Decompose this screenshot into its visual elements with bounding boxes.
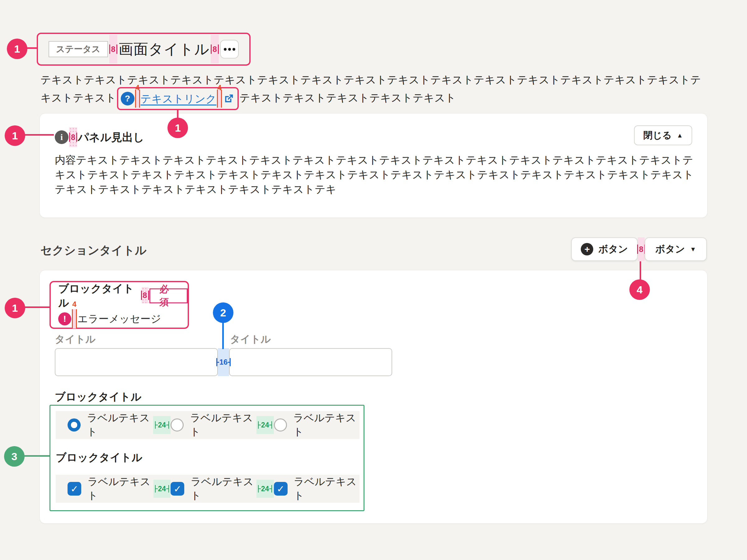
- more-actions-button[interactable]: [220, 40, 239, 58]
- checkbox-label: ラベルテキスト: [294, 475, 358, 503]
- annotation-connector: [25, 306, 50, 308]
- annotation-connector: [27, 47, 37, 49]
- error-message-row: ! 4 エラーメッセージ: [58, 310, 161, 328]
- annotation-badge-3: 3: [4, 446, 25, 466]
- spacing-24-marker: 24: [153, 416, 171, 434]
- block-title-annotation-box: ブロックタイトル 8 必須 ! 4 エラーメッセージ: [50, 281, 189, 329]
- text-link-annotation-box: ? 4 テキストリンク 4 1: [117, 87, 239, 110]
- menu-button-label: ボタン: [655, 243, 685, 256]
- annotation-connector: [177, 109, 179, 118]
- radio-option[interactable]: ラベルテキスト: [68, 411, 153, 439]
- radio-unselected-icon[interactable]: [274, 419, 287, 431]
- annotation-connector: [25, 134, 54, 136]
- checkbox-checked-icon[interactable]: ✓: [68, 482, 81, 496]
- ellipsis-icon: [228, 48, 231, 51]
- spacing-8-marker: 8: [69, 127, 77, 147]
- title-input-2[interactable]: [229, 348, 392, 376]
- checkbox-group: ✓ ラベルテキスト 24 ✓ ラベルテキスト 24 ✓ ラベルテキスト: [56, 475, 360, 503]
- spacing-8-marker: 8: [109, 35, 117, 63]
- panel-close-label: 閉じる: [643, 129, 672, 142]
- checkbox-label: ラベルテキスト: [87, 475, 152, 503]
- checkbox-option[interactable]: ✓ ラベルテキスト: [68, 475, 153, 503]
- field-label: タイトル: [230, 332, 271, 346]
- annotation-badge-4: 4: [629, 279, 650, 300]
- spacing-4-marker: 4: [72, 309, 77, 328]
- ellipsis-icon: [232, 48, 235, 51]
- field-label: タイトル: [55, 332, 96, 346]
- radio-unselected-icon[interactable]: [171, 419, 184, 431]
- help-icon: ?: [121, 92, 134, 105]
- block-title: ブロックタイトル: [55, 390, 141, 404]
- panel-header: i 8 パネル見出し: [55, 127, 144, 147]
- required-badge: 必須: [149, 288, 188, 303]
- radio-label: ラベルテキスト: [87, 411, 151, 439]
- annotation-badge-1: 1: [5, 298, 25, 318]
- add-button[interactable]: + ボタン: [571, 237, 638, 261]
- spacing-4-marker: 4: [217, 89, 222, 108]
- annotation-connector: [24, 455, 50, 457]
- block-title: ブロックタイトル: [58, 282, 141, 310]
- spacing-4-marker: 4: [135, 89, 140, 108]
- spacing-8-marker: 8: [141, 287, 149, 303]
- checkbox-checked-icon[interactable]: ✓: [274, 482, 288, 496]
- radio-selected-icon[interactable]: [68, 419, 81, 431]
- radio-option[interactable]: ラベルテキスト: [171, 411, 256, 439]
- spacing-8-marker: 8: [211, 35, 219, 63]
- chevron-down-icon: ▼: [690, 246, 696, 253]
- block-title: ブロックタイトル: [56, 451, 142, 465]
- checkbox-label: ラベルテキスト: [190, 475, 255, 503]
- checkbox-checked-icon[interactable]: ✓: [171, 482, 184, 496]
- spacing-8-marker: 8: [638, 237, 645, 261]
- plus-icon: +: [581, 243, 593, 256]
- intro-text-after: テキストテキストテキストテキストテキスト: [239, 92, 456, 104]
- annotation-badge-2: 2: [213, 302, 233, 323]
- spacing-16-marker: 16: [218, 348, 229, 376]
- radio-label: ラベルテキスト: [293, 411, 358, 439]
- menu-button[interactable]: ボタン ▼: [645, 237, 707, 261]
- radio-label: ラベルテキスト: [190, 411, 254, 439]
- info-panel: i 8 パネル見出し 閉じる ▲ 内容テキストテキストテキストテキストテキストテ…: [40, 113, 707, 218]
- external-link-icon: [223, 92, 235, 105]
- title-input-1[interactable]: [55, 348, 218, 376]
- annotation-badge-1: 1: [7, 38, 27, 59]
- control-groups-annotation-box: ラベルテキスト 24 ラベルテキスト 24 ラベルテキスト ブロックタイトル ✓…: [50, 405, 364, 511]
- status-badge: ステータス: [49, 41, 108, 57]
- info-icon: i: [55, 130, 69, 144]
- spacing-24-marker: 24: [256, 416, 274, 434]
- radio-option[interactable]: ラベルテキスト: [274, 411, 360, 439]
- section-title: セクションタイトル: [41, 243, 147, 258]
- ellipsis-icon: [224, 48, 227, 51]
- spacing-24-marker: 24: [256, 480, 274, 498]
- annotation-connector: [222, 322, 224, 349]
- annotation-badge-1: 1: [5, 125, 25, 146]
- panel-heading: パネル見出し: [78, 130, 144, 145]
- design-spec-page: { "spacing": { "s4": "4", "s8": "8", "s1…: [0, 0, 747, 560]
- error-message: エラーメッセージ: [77, 312, 161, 326]
- checkbox-option[interactable]: ✓ ラベルテキスト: [171, 475, 256, 503]
- alert-icon: !: [58, 312, 71, 325]
- add-button-label: ボタン: [598, 243, 628, 256]
- checkbox-option[interactable]: ✓ ラベルテキスト: [274, 475, 360, 503]
- form-section-card: ブロックタイトル 8 必須 ! 4 エラーメッセージ タイトル タイトル 16 …: [40, 270, 707, 524]
- annotation-connector: [640, 261, 641, 280]
- chevron-up-icon: ▲: [677, 132, 683, 139]
- text-link[interactable]: テキストリンク: [141, 91, 216, 106]
- page-title-annotation-box: ステータス 8 画面タイトル 8: [37, 33, 251, 65]
- page-title: 画面タイトル: [119, 39, 209, 59]
- radio-group: ラベルテキスト 24 ラベルテキスト 24 ラベルテキスト: [56, 411, 360, 439]
- annotation-badge-1: 1: [168, 117, 188, 138]
- intro-paragraph: テキストテキストテキストテキストテキストテキストテキストテキストテキストテキスト…: [41, 72, 710, 110]
- panel-close-button[interactable]: 閉じる ▲: [634, 125, 692, 145]
- spacing-24-marker: 24: [153, 480, 171, 498]
- panel-body-text: 内容テキストテキストテキストテキストテキストテキストテキストテキストテキストテキ…: [55, 153, 695, 196]
